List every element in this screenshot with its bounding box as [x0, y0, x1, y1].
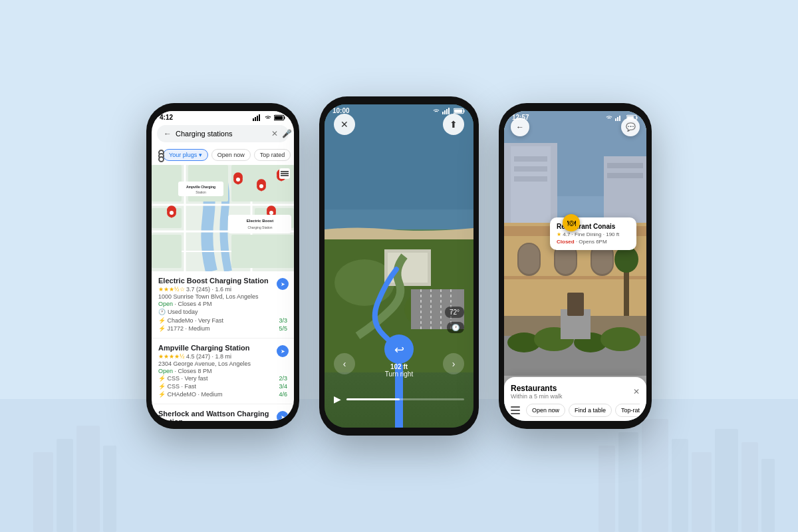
street-svg — [504, 111, 646, 421]
phone-street-view: 12:57 — [499, 103, 652, 429]
svg-rect-103 — [567, 293, 584, 316]
phone1-time: 4:12 — [160, 114, 173, 121]
signal-icon-2 — [442, 108, 452, 114]
nav-play-button[interactable]: ▶ — [334, 394, 341, 404]
chat-button[interactable]: 💬 — [621, 118, 640, 136]
phone2-status-icons — [432, 108, 466, 114]
svg-rect-52 — [281, 171, 289, 172]
panel-close-button[interactable]: ✕ — [633, 387, 640, 396]
map-area[interactable]: Electric Boost Charging Station Ampville… — [152, 165, 294, 271]
search-input[interactable] — [176, 130, 267, 138]
svg-point-105 — [614, 246, 638, 273]
open-now-panel-chip[interactable]: Open now — [526, 404, 565, 417]
back-button[interactable]: ← — [511, 118, 529, 136]
panel-subtitle: Within a 5 min walk — [511, 393, 563, 400]
svg-rect-19 — [275, 116, 283, 119]
svg-rect-82 — [514, 166, 547, 172]
svg-rect-6 — [618, 432, 638, 532]
search-bar[interactable]: ← ✕ 🎤 — [157, 125, 289, 142]
svg-rect-26 — [152, 165, 182, 201]
your-plugs-chip[interactable]: Your plugs ▾ — [163, 149, 208, 161]
nav-close-button[interactable]: ✕ — [334, 114, 355, 135]
svg-rect-7 — [642, 419, 668, 532]
back-arrow-icon[interactable]: ← — [164, 129, 172, 138]
svg-rect-15 — [257, 116, 258, 121]
svg-text:Electric Boost: Electric Boost — [247, 219, 273, 223]
svg-rect-2 — [57, 439, 73, 532]
phone2-time: 10:00 — [332, 107, 350, 114]
find-table-chip[interactable]: Find a table — [569, 404, 612, 417]
svg-rect-13 — [253, 118, 254, 121]
nav-next-button[interactable]: › — [443, 353, 464, 374]
svg-text:Station: Station — [196, 190, 206, 194]
top-rated-panel-chip[interactable]: Top-rated — [615, 404, 640, 417]
phones-container: 4:12 — [146, 96, 652, 436]
svg-rect-29 — [152, 208, 182, 228]
nav-temperature: 72° — [445, 307, 464, 318]
svg-rect-83 — [514, 176, 547, 182]
top-rated-chip[interactable]: Top rated — [254, 149, 291, 161]
svg-rect-58 — [448, 108, 450, 114]
svg-rect-110 — [636, 116, 638, 119]
svg-rect-4 — [103, 446, 116, 532]
nav-share-button[interactable]: ⬆ — [443, 114, 464, 135]
phone1-screen: 4:12 — [152, 111, 294, 421]
svg-rect-107 — [617, 117, 618, 121]
station-item-1[interactable]: ➤ Electric Boost Charging Station ★★★½☆ … — [152, 271, 294, 338]
station-rating-1: ★★★½☆ 3.7 (245) · 1.6 mi — [158, 286, 287, 293]
filter-row: Your plugs ▾ Open now Top rated — [152, 145, 294, 165]
svg-rect-8 — [672, 439, 688, 532]
nav-icon-3[interactable]: ➤ — [277, 411, 289, 421]
svg-point-42 — [170, 211, 174, 215]
svg-rect-106 — [615, 118, 616, 121]
svg-rect-89 — [519, 244, 539, 274]
station-status-1: Open · Closes 4 PM — [158, 301, 287, 307]
wifi-icon — [264, 114, 272, 121]
svg-rect-61 — [454, 109, 462, 112]
station-list: ➤ Electric Boost Charging Station ★★★½☆ … — [152, 271, 294, 421]
svg-rect-18 — [284, 116, 285, 119]
svg-rect-14 — [255, 117, 256, 121]
nav-progress-area: ▶ — [334, 394, 464, 404]
station-item-3[interactable]: ➤ Sherlock and Wattson Charging Station … — [152, 404, 294, 421]
wifi-icon-3 — [605, 114, 613, 121]
svg-rect-57 — [446, 109, 448, 114]
nav-distance: 102 ft — [385, 363, 413, 370]
charger-row-2c: ⚡ CHAdeMO · Medium 4/6 — [158, 390, 287, 398]
bottom-panel: Restaurants Within a 5 min walk ✕ Open n… — [504, 377, 646, 421]
svg-rect-9 — [692, 452, 712, 532]
station-item-2[interactable]: ➤ Ampville Charging Station ★★★★½ 4.5 (2… — [152, 338, 294, 404]
charger-row-2a: ⚡ CSS · Very fast 2/3 — [158, 374, 287, 382]
svg-rect-60 — [464, 110, 465, 112]
nav-prev-button[interactable]: ‹ — [334, 353, 355, 374]
svg-point-36 — [236, 178, 240, 182]
panel-filter-icon[interactable] — [511, 406, 520, 414]
svg-text:Ampville Charging: Ampville Charging — [186, 185, 215, 189]
clear-icon[interactable]: ✕ — [271, 129, 278, 138]
svg-rect-11 — [741, 442, 758, 532]
svg-rect-16 — [259, 114, 260, 121]
restaurant-card-sub: ★ 4.7 · Fine Dining · 190 ft — [557, 231, 630, 237]
open-now-chip[interactable]: Open now — [211, 149, 251, 161]
nav-icon-2[interactable]: ➤ — [277, 345, 289, 357]
mic-icon[interactable]: 🎤 — [282, 129, 292, 138]
aerial-svg: ↩ — [325, 104, 473, 428]
phone-charging-stations: 4:12 — [146, 103, 299, 429]
nav-icon-1[interactable]: ➤ — [277, 278, 289, 290]
phone2-status-bar: 10:00 — [325, 104, 473, 116]
svg-rect-108 — [619, 116, 620, 121]
svg-rect-81 — [514, 156, 547, 162]
station-name-3: Sherlock and Wattson Charging Station — [158, 410, 287, 421]
svg-rect-3 — [76, 426, 100, 532]
svg-rect-54 — [281, 175, 289, 176]
restaurant-pin-icon[interactable]: 🍽 — [563, 214, 580, 231]
filter-icon[interactable] — [157, 148, 160, 162]
svg-rect-45 — [228, 215, 291, 233]
phone3-screen: 12:57 — [504, 111, 646, 421]
panel-title-area: Restaurants Within a 5 min walk — [511, 384, 563, 400]
station-name-2: Ampville Charging Station — [158, 344, 287, 352]
station-rating-2: ★★★★½ 4.5 (247) · 1.8 mi — [158, 353, 287, 360]
signal-icon-3 — [615, 114, 624, 121]
panel-chips: Open now Find a table Top-rated More — [511, 404, 640, 417]
nav-screen: 10:00 — [325, 104, 473, 428]
